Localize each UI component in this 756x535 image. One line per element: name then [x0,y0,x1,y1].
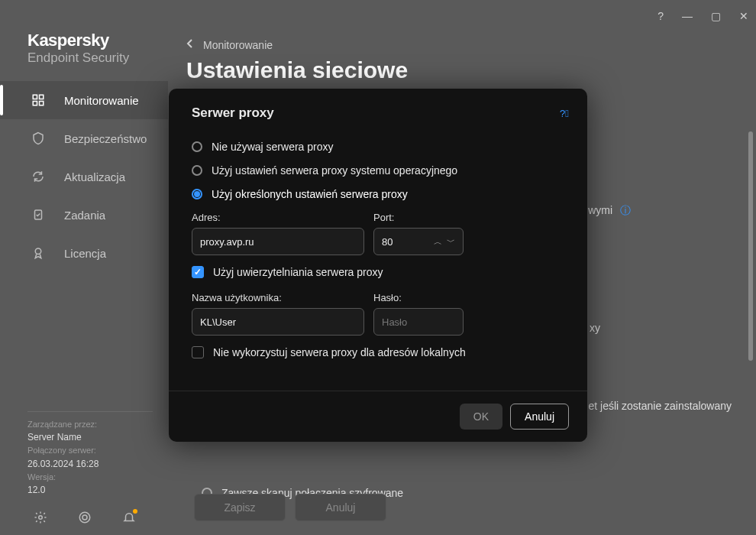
radio-label: Użyj określonych ustawień serwera proxy [212,188,408,200]
checkbox-bypass-local[interactable]: Nie wykorzystuj serwera proxy dla adresó… [192,346,564,358]
radio-no-proxy[interactable]: Nie używaj serwera proxy [192,141,564,153]
cancel-button[interactable]: Anuluj [510,404,569,430]
close-button[interactable]: ✕ [739,10,748,22]
brand: Kaspersky Endpoint Security [0,31,168,81]
maximize-button[interactable]: ▢ [711,10,721,22]
sidebar: Kaspersky Endpoint Security Monitorowani… [0,32,168,535]
sidebar-item-update[interactable]: Aktualizacja [0,157,168,196]
gear-icon[interactable] [34,511,47,527]
managed-by-label: Zarządzane przez: [27,418,153,431]
radio-icon [192,141,202,152]
award-icon [31,245,46,261]
radio-custom-proxy[interactable]: Użyj określonych ustawień serwera proxy [192,188,564,200]
checkbox-label: Nie wykorzystuj serwera proxy dla adresó… [213,346,466,358]
shield-icon [31,131,46,146]
svg-rect-3 [40,102,44,105]
sidebar-footer: Zarządzane przez: Server Name Połączony … [0,405,168,498]
checkbox-use-auth[interactable]: Użyj uwierzytelniania serwera proxy [192,266,564,278]
help-button[interactable]: ? [657,10,664,22]
support-icon[interactable] [78,511,92,527]
cancel-button[interactable]: Anuluj [295,494,386,521]
sidebar-item-label: Licencja [64,247,106,260]
breadcrumb-back[interactable]: Monitorowanie [186,32,738,51]
sidebar-item-label: Monitorowanie [64,94,139,107]
breadcrumb-label: Monitorowanie [203,39,273,51]
port-input[interactable] [374,236,420,248]
svg-rect-1 [40,95,44,99]
window-titlebar: ? — ▢ ✕ [0,0,756,32]
svg-point-8 [82,515,87,520]
svg-point-6 [39,516,43,520]
sidebar-item-tasks[interactable]: Zadania [0,196,168,234]
username-label: Nazwa użytkownika: [192,292,364,303]
refresh-icon [31,169,46,184]
password-input[interactable] [373,308,464,336]
chevron-up-icon[interactable]: ︿ [434,236,442,248]
radio-label: Nie używaj serwera proxy [212,141,334,153]
sidebar-item-license[interactable]: Licencja [0,234,168,272]
version-value: 12.0 [27,483,153,497]
radio-system-proxy[interactable]: Użyj ustawień serwera proxy systemu oper… [192,164,564,177]
nav: Monitorowanie Bezpieczeństwo Aktualizacj… [0,81,168,405]
sidebar-item-label: Bezpieczeństwo [64,132,147,145]
dashboard-icon [31,92,46,108]
footer-icons [0,497,168,535]
password-label: Hasło: [373,292,464,303]
sidebar-item-label: Zadania [64,209,105,222]
managed-by-value: Server Name [27,430,153,444]
radio-icon [192,189,202,199]
server-value: 26.03.2024 16:28 [27,457,153,471]
chevron-down-icon[interactable]: ﹀ [447,236,455,248]
sidebar-item-monitoring[interactable]: Monitorowanie [0,81,168,119]
help-icon[interactable]: ?⃝ [560,108,569,119]
notification-dot [133,509,137,514]
svg-point-7 [79,512,90,523]
username-input[interactable] [192,308,364,336]
svg-rect-2 [33,102,37,105]
save-button[interactable]: Zapisz [194,494,286,521]
checkbox-icon [192,346,204,358]
port-label: Port: [373,212,464,223]
page-title: Ustawienia sieciowe [186,57,738,83]
svg-rect-0 [33,95,37,99]
clipboard-icon [31,207,46,222]
version-label: Wersja: [27,471,153,484]
radio-icon [192,165,202,176]
port-stepper[interactable]: ︿ ﹀ [373,228,464,255]
address-input[interactable] [192,228,364,255]
sidebar-item-security[interactable]: Bezpieczeństwo [0,119,168,157]
minimize-button[interactable]: — [682,10,693,22]
server-label: Połączony serwer: [27,444,153,457]
scrollbar[interactable] [748,131,753,361]
checkbox-icon [192,266,204,278]
sidebar-item-label: Aktualizacja [64,170,125,183]
checkbox-label: Użyj uwierzytelniania serwera proxy [213,266,383,278]
dialog-title: Serwer proxy [192,105,274,121]
radio-label: Użyj ustawień serwera proxy systemu oper… [212,164,457,177]
proxy-dialog: Serwer proxy ?⃝ Nie używaj serwera proxy… [169,89,587,442]
brand-subtitle: Endpoint Security [27,50,153,66]
bg-text: wymi [588,204,612,216]
address-label: Adres: [192,212,364,223]
svg-point-5 [35,248,41,255]
chevron-left-icon [186,38,194,51]
info-icon[interactable]: ⓘ [620,204,631,216]
ok-button[interactable]: OK [460,404,502,430]
brand-title: Kaspersky [27,31,153,50]
bell-icon[interactable] [122,511,136,527]
